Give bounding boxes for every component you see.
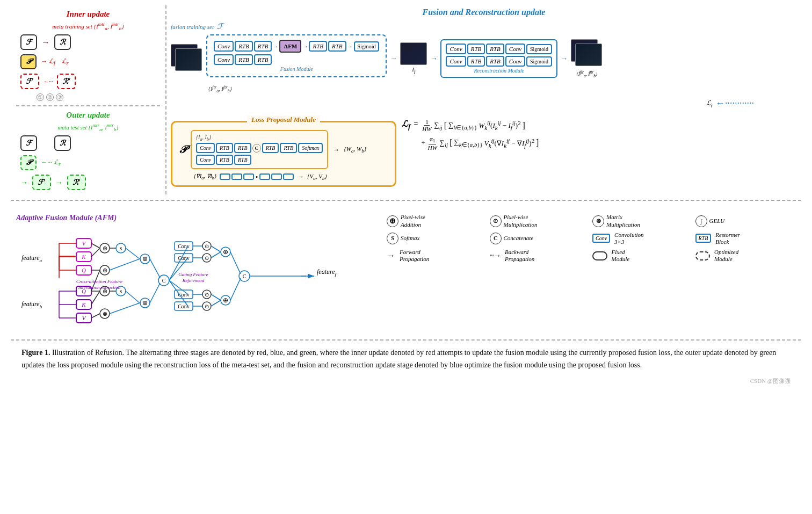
- lp-rtb-6: RTB: [234, 155, 251, 165]
- legend-pixel-add: ⊕ Pixel-wiseAddition: [387, 214, 488, 228]
- afm-diagram: featurea featureb V K Q: [16, 227, 371, 329]
- fusion-recon-title: Fusion and Reconstruction update: [171, 8, 797, 17]
- svg-text:⊕: ⊕: [142, 299, 148, 307]
- recon-rtb-4: RTB: [486, 56, 504, 67]
- svg-text:⊙: ⊙: [205, 292, 209, 298]
- module-P-inner: 𝒫: [20, 54, 37, 69]
- afm-panel: Adaptive Fusion Module (AFM) featurea fe…: [11, 211, 376, 334]
- svg-text:C: C: [243, 273, 247, 279]
- inner-update-title: Inner update: [16, 10, 160, 19]
- recon-conv-3: Conv: [446, 56, 466, 67]
- recon-conv-1: Conv: [446, 44, 466, 54]
- svg-text:K: K: [81, 301, 86, 308]
- legend-fixed-module: FixedModule: [592, 249, 693, 263]
- fixed-module-box: [592, 251, 607, 260]
- recon-rtb-1: RTB: [467, 44, 485, 54]
- legend-forward: → ForwardPropagation: [387, 249, 488, 263]
- svg-text:S: S: [119, 246, 122, 251]
- module-F-inner: ℱ: [20, 34, 37, 50]
- rtb-box-6: RTB: [254, 54, 272, 65]
- loss-proposal-title: Loss Proposal Module: [247, 115, 320, 124]
- legend-panel: ⊕ Pixel-wiseAddition ⊙ Pixel-wiseMultipl…: [381, 211, 801, 334]
- module-P-outer: 𝒫: [20, 155, 37, 170]
- legend-optimized-module: OptimizedModule: [695, 249, 796, 263]
- loss-proposal-module: Loss Proposal Module 𝒫 {Ia, Ib} Conv RTB…: [171, 121, 396, 187]
- svg-text:⊙: ⊙: [205, 255, 209, 261]
- legend-matrix-mul: ⊗ MatrixMultiplication: [592, 214, 693, 228]
- lp-conv-2: Conv: [196, 155, 215, 165]
- recon-conv-4: Conv: [505, 56, 525, 67]
- legend-gelu: ∫ GELU: [695, 214, 796, 228]
- svg-line-92: [211, 294, 221, 300]
- svg-line-45: [91, 314, 100, 318]
- recon-sigmoid-1: Sigmoid: [526, 44, 552, 54]
- svg-line-37: [91, 243, 100, 248]
- figure-label: Figure 1.: [21, 349, 50, 357]
- afm-title: Adaptive Fusion Module (AFM): [16, 214, 371, 222]
- svg-text:⊗: ⊗: [103, 245, 107, 251]
- rtb-box-4: RTB: [328, 41, 346, 52]
- svg-text:⊕: ⊕: [223, 248, 228, 256]
- svg-text:Conv: Conv: [178, 303, 190, 309]
- left-divider: [16, 105, 160, 106]
- module-F-prime-inner: ℱ′: [20, 74, 39, 89]
- legend-concat: C Concatenate: [490, 231, 591, 245]
- svg-text:⊗: ⊗: [103, 310, 107, 317]
- svg-line-90: [211, 246, 221, 252]
- lp-rtb-5: RTB: [216, 155, 233, 165]
- legend-softmax: S Softmax: [387, 231, 488, 245]
- svg-line-59: [150, 283, 160, 303]
- right-panel: Fusion and Reconstruction update fusion …: [166, 5, 801, 194]
- svg-text:featurea: featurea: [21, 254, 42, 263]
- svg-line-53: [110, 303, 140, 314]
- svg-text:featureb: featureb: [21, 300, 42, 309]
- legend-rtb: RTB RestormerBlock: [695, 231, 796, 245]
- svg-line-52: [126, 291, 140, 303]
- bottom-diagram-area: Adaptive Fusion Module (AFM) featurea fe…: [11, 205, 801, 341]
- svg-line-38: [91, 248, 100, 257]
- lp-conv-1: Conv: [196, 143, 215, 153]
- recon-rtb-3: RTB: [467, 56, 485, 67]
- svg-line-51: [110, 259, 140, 270]
- lp-rtb-4: RTB: [280, 143, 297, 153]
- caption-area: Figure 1. Illustration of Refusion. The …: [11, 341, 801, 375]
- rtb-box-2: RTB: [254, 41, 272, 52]
- svg-line-91: [211, 252, 221, 258]
- rtb-box-1: RTB: [235, 41, 253, 52]
- svg-text:Refinement: Refinement: [182, 278, 205, 283]
- fusion-module: Conv RTB RTB → AFM → RTB RTB → Sigmoid: [206, 34, 387, 77]
- svg-text:⊕: ⊕: [142, 255, 148, 263]
- svg-text:⊙: ⊙: [205, 303, 209, 309]
- svg-line-93: [211, 300, 221, 306]
- module-R-prime-inner: ℛ′: [57, 74, 76, 89]
- lp-rtb-1: RTB: [216, 143, 233, 153]
- conv-legend-box: Conv: [592, 234, 610, 243]
- module-F-outer: ℱ: [20, 135, 37, 151]
- svg-text:⊕: ⊕: [223, 296, 228, 304]
- left-panel: Inner update meta training set {Imtra, I…: [11, 5, 166, 194]
- watermark: CSDN @图像强: [750, 378, 791, 384]
- svg-text:C: C: [162, 278, 166, 284]
- legend-backward: ···→ BackwardPropagation: [490, 249, 591, 263]
- rtb-box-5: RTB: [235, 54, 253, 65]
- svg-line-58: [150, 259, 160, 278]
- rtb-legend-box: RTB: [695, 234, 712, 243]
- diagram-area: Inner update meta training set {Imtra, I…: [11, 5, 801, 201]
- legend-conv: Conv Convolution3×3: [592, 231, 693, 245]
- sigmoid-box-1: Sigmoid: [354, 41, 380, 52]
- svg-text:⊗: ⊗: [103, 267, 107, 273]
- afm-box: AFM: [279, 40, 301, 53]
- svg-text:Cross-attention Feature: Cross-attention Feature: [76, 279, 122, 284]
- svg-text:K: K: [81, 254, 86, 260]
- svg-text:Interaction extraction: Interaction extraction: [78, 285, 121, 290]
- formula-area: ℒf = 1 HW ∑ij [ ∑k∈{a,b}}: [402, 113, 797, 155]
- conv-box-2: Conv: [214, 54, 234, 65]
- legend-pixel-mul: ⊙ Pixel-wiseMultiplication: [490, 214, 591, 228]
- module-R-outer: ℛ: [54, 135, 71, 151]
- svg-line-42: [91, 291, 100, 305]
- svg-line-96: [230, 252, 241, 274]
- lp-rtb-3: RTB: [262, 143, 279, 153]
- svg-text:featuref: featuref: [317, 268, 337, 277]
- svg-text:⊙: ⊙: [205, 243, 209, 249]
- lp-softmax: Softmax: [298, 143, 323, 153]
